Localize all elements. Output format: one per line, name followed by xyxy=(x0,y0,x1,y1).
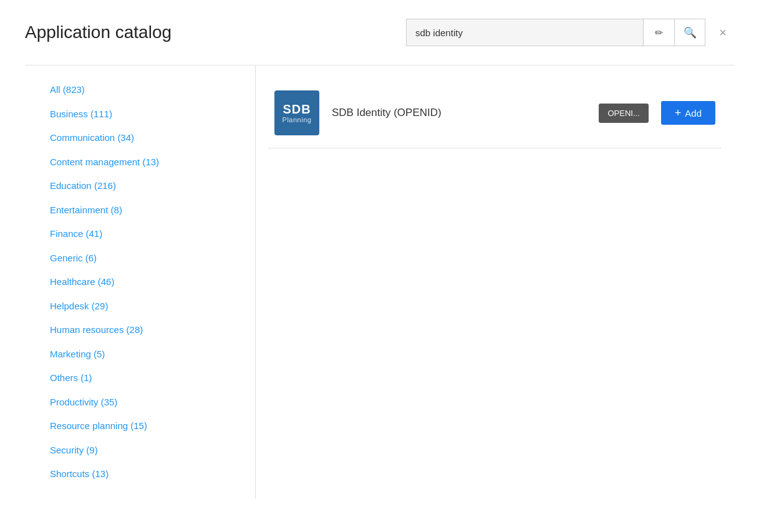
logo-bottom: Planning xyxy=(283,116,312,123)
sidebar-item-productivity[interactable]: Productivity (35) xyxy=(25,390,255,415)
sidebar-item-marketing[interactable]: Marketing (5) xyxy=(25,342,255,367)
content-area: SDB Planning SDB Identity (OPENID) OPENI… xyxy=(256,65,734,499)
sidebar-item-helpdesk[interactable]: Helpdesk (29) xyxy=(25,294,255,319)
plus-icon: + xyxy=(675,107,682,118)
edit-button[interactable]: ✏ xyxy=(643,19,674,46)
close-icon: × xyxy=(719,26,727,40)
sidebar-item-security[interactable]: Security (9) xyxy=(25,438,255,463)
sidebar-item-entertainment[interactable]: Entertainment (8) xyxy=(25,198,255,223)
sidebar-item-all[interactable]: All (823) xyxy=(25,78,255,102)
sidebar-item-communication[interactable]: Communication (34) xyxy=(25,126,255,150)
sidebar: All (823) Business (111) Communication (… xyxy=(25,65,256,499)
logo-top: SDB xyxy=(283,102,311,116)
sidebar-item-others[interactable]: Others (1) xyxy=(25,366,255,390)
sidebar-item-content-management[interactable]: Content management (13) xyxy=(25,150,255,175)
sidebar-item-education[interactable]: Education (216) xyxy=(25,174,255,198)
app-logo: SDB Planning xyxy=(274,90,319,135)
sidebar-item-business[interactable]: Business (111) xyxy=(25,102,255,127)
header-row: Application catalog ✏ 🔍 × xyxy=(25,19,734,46)
app-card: SDB Planning SDB Identity (OPENID) OPENI… xyxy=(268,78,722,148)
sidebar-item-generic[interactable]: Generic (6) xyxy=(25,246,255,271)
search-input[interactable] xyxy=(406,19,643,46)
search-area: ✏ 🔍 × xyxy=(406,19,734,46)
page-title: Application catalog xyxy=(25,22,172,42)
search-icon: 🔍 xyxy=(684,26,697,39)
sidebar-item-human-resources[interactable]: Human resources (28) xyxy=(25,318,255,342)
add-button[interactable]: + Add xyxy=(661,101,715,125)
close-button[interactable]: × xyxy=(712,21,734,44)
main-layout: All (823) Business (111) Communication (… xyxy=(25,65,734,499)
page-container: Application catalog ✏ 🔍 × All (823) Busi… xyxy=(0,0,759,532)
sidebar-item-finance[interactable]: Finance (41) xyxy=(25,222,255,246)
search-button[interactable]: 🔍 xyxy=(674,19,705,46)
sidebar-item-resource-planning[interactable]: Resource planning (15) xyxy=(25,414,255,438)
sidebar-item-shortcuts[interactable]: Shortcuts (13) xyxy=(25,462,255,486)
add-label: Add xyxy=(685,108,702,118)
sidebar-item-healthcare[interactable]: Healthcare (46) xyxy=(25,270,255,294)
app-name: SDB Identity (OPENID) xyxy=(332,107,586,119)
openid-badge: OPENI... xyxy=(599,104,648,123)
edit-icon: ✏ xyxy=(655,27,663,39)
